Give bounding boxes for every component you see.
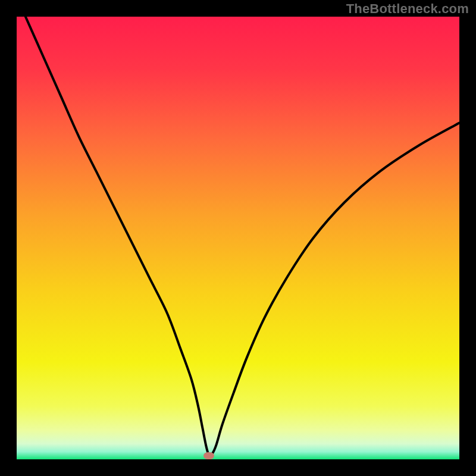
optimal-point-marker	[203, 452, 214, 459]
plot-area	[17, 17, 459, 459]
chart-frame: TheBottleneck.com	[0, 0, 476, 476]
bottleneck-curve	[17, 17, 459, 459]
watermark-text: TheBottleneck.com	[346, 1, 469, 17]
